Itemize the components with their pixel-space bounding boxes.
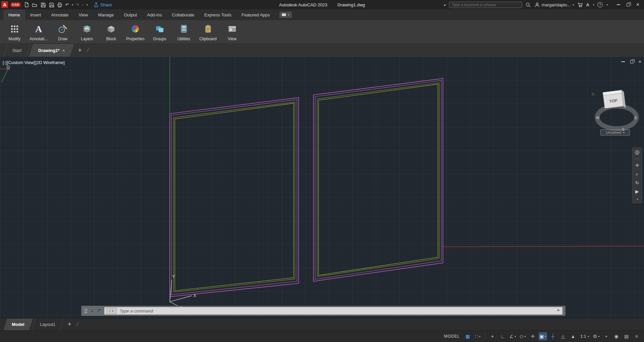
ribbon-panel-view[interactable]: View [220,20,244,44]
infer-constraints-toggle[interactable]: ⌖ [488,332,497,340]
search-icon[interactable] [525,1,531,8]
command-bar-close-icon[interactable]: × [91,308,94,314]
command-bar-customize-icon[interactable] [97,308,101,314]
compass-west-label[interactable]: W [596,116,600,120]
showmotion-button[interactable]: ▶ [635,189,639,194]
new-layout-button[interactable]: + [64,319,75,330]
ribbon-panel-layers[interactable]: Layers [75,20,99,44]
redo-button[interactable]: ↷ [76,2,79,7]
ribbon-panel-clipboard[interactable]: Clipboard [196,20,220,44]
ribbon-display-toggle[interactable]: ▾ [280,12,292,18]
orbit-button[interactable]: ↻ [635,180,639,185]
recent-commands-button[interactable]: › ▾ [106,308,117,314]
share-button[interactable]: Share [94,2,112,7]
viewcube[interactable]: W E S TOP [595,90,639,131]
layout-tab-model[interactable]: Model [3,319,33,330]
layout-tab-layout1[interactable]: Layout1 [32,319,64,330]
file-tab-close-icon[interactable]: × [62,48,65,53]
viewport-close-icon[interactable]: × [639,59,641,64]
save-as-button[interactable] [48,1,54,8]
compass-east-label[interactable]: E [635,116,637,120]
ribbon-panel-draw[interactable]: Draw [51,20,75,44]
object-snap-tracking-toggle[interactable]: ✛ [529,332,537,340]
pan-button[interactable]: ✛ [635,163,639,168]
viewport-view-menu[interactable]: [Custom View] [7,60,35,65]
ribbon-tab-home[interactable]: Home [3,9,25,20]
search-field[interactable] [449,2,522,8]
restore-button[interactable] [623,0,633,9]
user-account-button[interactable]: margaridaplo... ▾ [534,1,574,8]
autoscale-toggle[interactable]: ▲ [569,332,577,340]
isometric-drafting-toggle[interactable]: ◇▾ [518,332,527,340]
ribbon-tab-view[interactable]: View [73,9,93,20]
search-input[interactable] [452,3,519,7]
help-caret-icon[interactable]: ▾ [606,3,608,6]
command-bar-grip-handle[interactable] [84,308,88,314]
apps-caret-icon[interactable]: ▾ [593,3,594,6]
undo-button[interactable]: ↶ [65,2,69,7]
user-avatar-icon [534,1,540,8]
command-history-caret-icon[interactable]: ^ [557,308,561,313]
ribbon-tab-addins[interactable]: Add-ins [142,9,167,20]
dynamic-input-toggle[interactable]: ┼ [549,332,557,340]
model-space-indicator[interactable]: MODEL [444,334,460,339]
isolate-objects-toggle[interactable]: ◉ [612,332,621,340]
app-menu-button[interactable]: A [1,1,8,8]
new-drawing-tab-button[interactable]: + [75,44,85,57]
ribbon-tab-express-tools[interactable]: Express Tools [199,9,237,20]
new-file-button[interactable] [23,1,29,8]
polar-tracking-toggle[interactable]: ∠▾ [508,332,517,340]
viewport-minimize-icon[interactable] [622,61,625,62]
ribbon-tab-manage[interactable]: Manage [93,9,119,20]
redo-caret-icon[interactable]: ▾ [82,3,84,6]
zoom-button[interactable]: ⌕ [636,172,639,176]
annotation-scale-select[interactable]: 1:1▾ [579,332,590,340]
ribbon-panel-modify[interactable]: Modify [3,20,26,44]
plot-button[interactable] [57,1,63,8]
open-file-button[interactable] [32,1,38,8]
annotation-monitor-toggle[interactable]: + [602,332,610,340]
drawn-object-right-panel[interactable] [313,78,443,281]
annotation-visibility-toggle[interactable]: △ [559,332,567,340]
ribbon-tab-featured-apps[interactable]: Featured Apps [236,9,275,20]
close-button[interactable]: × [633,0,643,9]
graphics-performance-toggle[interactable]: ▤ [622,332,631,340]
navbar-more-caret-icon[interactable]: ▾ [637,198,638,201]
ribbon-tab-output[interactable]: Output [119,9,142,20]
ortho-mode-toggle[interactable]: ∟ [498,332,507,340]
viewcube-home-icon[interactable]: ⌂ [592,91,594,96]
navigation-bar: ◎ ✛ ⌕ ↻ ▶ ▾ [632,148,642,203]
grid-display-toggle[interactable]: ▦ [463,332,472,340]
file-tab-drawing1[interactable]: Drawing1* × [29,44,74,57]
cart-icon[interactable] [577,1,583,8]
full-navigation-wheel-button[interactable]: ◎ [635,150,640,155]
named-view-dropdown[interactable]: Unnamed ▾ [600,129,630,135]
viewport-controls-menu[interactable]: [-] [3,60,7,65]
object-snap-toggle[interactable]: ▣▾ [539,332,547,340]
save-button[interactable] [40,1,46,8]
drawing-area[interactable]: Y X Z W E S TOP [0,57,644,318]
ribbon-panel-annotation[interactable]: A Annotati... [27,20,50,44]
ribbon-panel-properties[interactable]: Properties [123,20,147,44]
ribbon-tab-collaborate[interactable]: Collaborate [167,9,199,20]
snap-mode-toggle[interactable]: ∷▾ [474,332,482,340]
minimize-button[interactable] [613,0,623,9]
drawn-object-left-panel[interactable] [170,98,299,297]
file-tab-start[interactable]: Start [3,44,31,57]
workspace-switcher-button[interactable]: ⚙▾ [592,332,600,340]
help-icon[interactable]: ? [597,2,603,7]
viewport-restore-icon[interactable] [630,60,633,63]
search-expand-icon[interactable]: ▸ [444,3,446,7]
ribbon-panel-utilities[interactable]: Utilities [172,20,196,44]
undo-caret-icon[interactable]: ▾ [72,3,73,6]
qat-customize-caret-icon[interactable]: ▾ [87,3,88,6]
ribbon-tab-annotate[interactable]: Annotate [46,9,73,20]
viewport-visual-style-menu[interactable]: [2D Wireframe] [35,60,64,65]
object-snap-icon: ▣ [539,334,544,339]
command-input[interactable]: › ▾ Type a command ^ [104,307,562,315]
autodesk-apps-button[interactable]: A [586,2,589,7]
ribbon-panel-groups[interactable]: Groups [148,20,171,44]
ribbon-panel-block[interactable]: Block [99,20,123,44]
ribbon-tab-insert[interactable]: Insert [25,9,46,20]
customization-menu-button[interactable]: ≡ [632,332,641,340]
